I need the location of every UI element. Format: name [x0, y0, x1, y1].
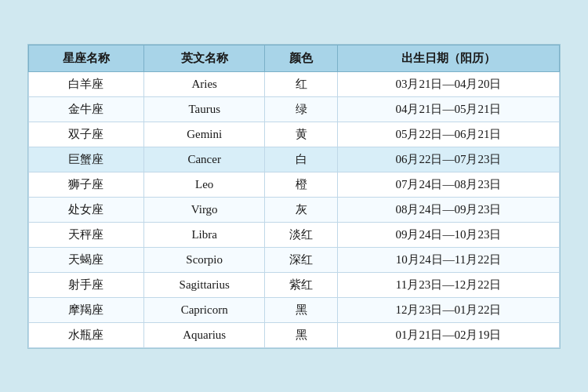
table-row: 天蝎座Scorpio深红10月24日—11月22日 — [29, 247, 560, 272]
cell-english-name: Sagittarius — [143, 272, 265, 297]
cell-chinese-name: 双子座 — [29, 122, 144, 147]
table-row: 巨蟹座Cancer白06月22日—07月23日 — [29, 147, 560, 172]
zodiac-table: 星座名称 英文名称 颜色 出生日期（阳历） 白羊座Aries红03月21日—04… — [28, 45, 560, 348]
cell-dates: 12月23日—01月22日 — [337, 297, 559, 322]
cell-dates: 11月23日—12月22日 — [337, 272, 559, 297]
cell-color: 黑 — [265, 297, 338, 322]
cell-dates: 04月21日—05月21日 — [337, 96, 559, 122]
cell-color: 橙 — [265, 172, 338, 197]
cell-dates: 05月22日—06月21日 — [337, 122, 559, 147]
cell-dates: 01月21日—02月19日 — [337, 322, 559, 347]
cell-english-name: Aquarius — [143, 322, 265, 347]
cell-chinese-name: 处女座 — [29, 197, 144, 222]
table-header-row: 星座名称 英文名称 颜色 出生日期（阳历） — [29, 45, 560, 71]
table-row: 天秤座Libra淡红09月24日—10月23日 — [29, 222, 560, 247]
table-row: 水瓶座Aquarius黑01月21日—02月19日 — [29, 322, 560, 347]
cell-dates: 08月24日—09月23日 — [337, 197, 559, 222]
cell-chinese-name: 天蝎座 — [29, 247, 144, 272]
zodiac-table-container: 星座名称 英文名称 颜色 出生日期（阳历） 白羊座Aries红03月21日—04… — [27, 44, 561, 349]
cell-english-name: Capricorn — [143, 297, 265, 322]
header-color: 颜色 — [265, 45, 338, 71]
cell-chinese-name: 白羊座 — [29, 71, 144, 96]
cell-english-name: Taurus — [143, 96, 265, 122]
cell-color: 灰 — [265, 197, 338, 222]
table-row: 处女座Virgo灰08月24日—09月23日 — [29, 197, 560, 222]
table-row: 双子座Gemini黄05月22日—06月21日 — [29, 122, 560, 147]
cell-english-name: Scorpio — [143, 247, 265, 272]
header-english-name: 英文名称 — [143, 45, 265, 71]
cell-dates: 03月21日—04月20日 — [337, 71, 559, 96]
cell-english-name: Aries — [143, 71, 265, 96]
table-row: 金牛座Taurus绿04月21日—05月21日 — [29, 96, 560, 122]
table-row: 狮子座Leo橙07月24日—08月23日 — [29, 172, 560, 197]
cell-english-name: Cancer — [143, 147, 265, 172]
table-row: 白羊座Aries红03月21日—04月20日 — [29, 71, 560, 96]
table-row: 射手座Sagittarius紫红11月23日—12月22日 — [29, 272, 560, 297]
cell-color: 红 — [265, 71, 338, 96]
cell-color: 淡红 — [265, 222, 338, 247]
cell-english-name: Virgo — [143, 197, 265, 222]
cell-dates: 10月24日—11月22日 — [337, 247, 559, 272]
cell-chinese-name: 摩羯座 — [29, 297, 144, 322]
cell-color: 白 — [265, 147, 338, 172]
cell-color: 深红 — [265, 247, 338, 272]
table-row: 摩羯座Capricorn黑12月23日—01月22日 — [29, 297, 560, 322]
cell-color: 黄 — [265, 122, 338, 147]
cell-chinese-name: 天秤座 — [29, 222, 144, 247]
cell-chinese-name: 水瓶座 — [29, 322, 144, 347]
cell-english-name: Gemini — [143, 122, 265, 147]
cell-dates: 07月24日—08月23日 — [337, 172, 559, 197]
cell-chinese-name: 巨蟹座 — [29, 147, 144, 172]
cell-english-name: Libra — [143, 222, 265, 247]
cell-color: 黑 — [265, 322, 338, 347]
cell-dates: 06月22日—07月23日 — [337, 147, 559, 172]
cell-english-name: Leo — [143, 172, 265, 197]
header-dates: 出生日期（阳历） — [337, 45, 559, 71]
cell-color: 绿 — [265, 96, 338, 122]
cell-color: 紫红 — [265, 272, 338, 297]
table-body: 白羊座Aries红03月21日—04月20日金牛座Taurus绿04月21日—0… — [29, 71, 560, 347]
cell-dates: 09月24日—10月23日 — [337, 222, 559, 247]
cell-chinese-name: 狮子座 — [29, 172, 144, 197]
header-chinese-name: 星座名称 — [29, 45, 144, 71]
cell-chinese-name: 金牛座 — [29, 96, 144, 122]
cell-chinese-name: 射手座 — [29, 272, 144, 297]
